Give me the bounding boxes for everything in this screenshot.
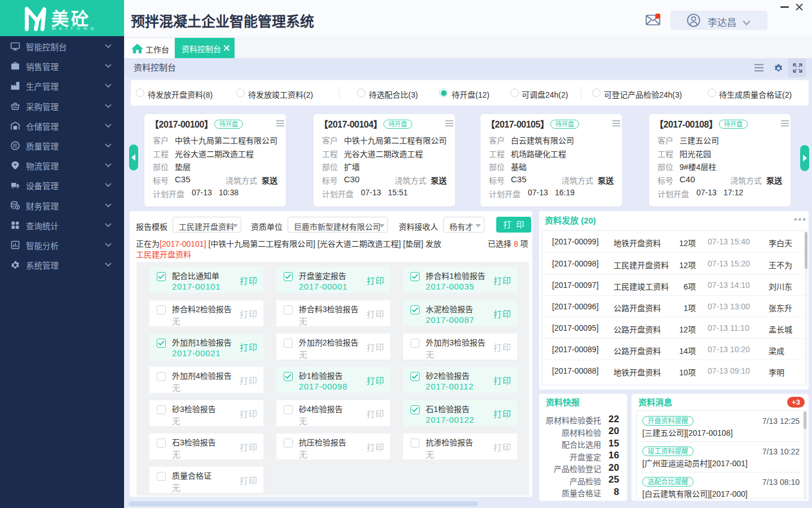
svg-text:检: 检 (13, 143, 17, 148)
